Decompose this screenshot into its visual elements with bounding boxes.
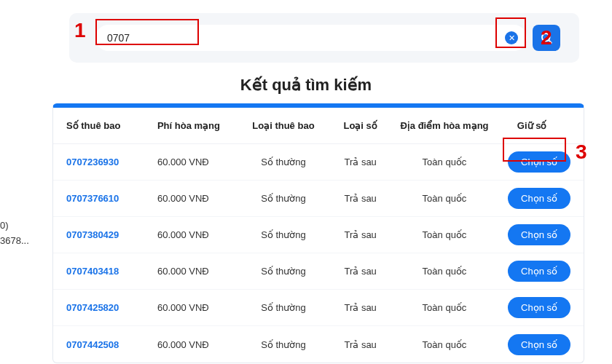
search-button[interactable]: [533, 25, 560, 51]
table-row: 070738042960.000 VNĐSố thườngTrả sauToàn…: [53, 217, 584, 253]
choose-button[interactable]: Chọn số: [508, 334, 570, 355]
th-kind: Loại số: [326, 120, 396, 131]
cell-kind: Trả sau: [326, 157, 396, 167]
cropped-edge-text: 0) 3678...: [0, 218, 29, 249]
cell-type: Số thường: [241, 157, 325, 167]
results-table: Số thuê bao Phí hòa mạng Loại thuê bao L…: [52, 103, 584, 363]
results-heading: Kết quả tìm kiếm: [0, 76, 612, 95]
cell-location: Toàn quốc: [396, 339, 494, 350]
th-phone: Số thuê bao: [66, 120, 157, 131]
cell-fee: 60.000 VNĐ: [157, 339, 241, 350]
clear-icon[interactable]: ✕: [505, 31, 518, 44]
cell-kind: Trả sau: [326, 302, 396, 313]
phone-link[interactable]: 0707442508: [66, 339, 157, 350]
cell-type: Số thường: [241, 339, 325, 350]
table-row: 070744250860.000 VNĐSố thườngTrả sauToàn…: [53, 326, 584, 363]
th-hold: Giữ số: [493, 120, 570, 131]
th-type: Loại thuê bao: [241, 120, 325, 131]
phone-link[interactable]: 0707376610: [66, 193, 157, 204]
cell-fee: 60.000 VNĐ: [157, 229, 241, 240]
table-row: 070742582060.000 VNĐSố thườngTrả sauToàn…: [53, 290, 584, 326]
cell-action: Chọn số: [493, 297, 570, 318]
th-fee: Phí hòa mạng: [157, 120, 241, 131]
cell-action: Chọn số: [493, 261, 570, 282]
cell-fee: 60.000 VNĐ: [157, 302, 241, 313]
cell-type: Số thường: [241, 193, 325, 204]
cell-kind: Trả sau: [326, 339, 396, 350]
table-row: 070737661060.000 VNĐSố thườngTrả sauToàn…: [53, 181, 584, 217]
search-input[interactable]: [107, 32, 505, 44]
phone-link[interactable]: 0707380429: [66, 229, 157, 240]
table-row: 070740341860.000 VNĐSố thườngTrả sauToàn…: [53, 253, 584, 290]
phone-link[interactable]: 0707236930: [66, 157, 157, 167]
choose-button[interactable]: Chọn số: [508, 261, 570, 282]
choose-button[interactable]: Chọn số: [508, 297, 570, 318]
cell-fee: 60.000 VNĐ: [157, 193, 241, 204]
cell-fee: 60.000 VNĐ: [157, 157, 241, 167]
table-row: 070723693060.000 VNĐSố thườngTrả sauToàn…: [53, 144, 584, 181]
svg-line-1: [549, 40, 551, 42]
search-icon: [540, 31, 553, 44]
cell-kind: Trả sau: [326, 266, 396, 277]
choose-button[interactable]: Chọn số: [508, 151, 570, 173]
cell-fee: 60.000 VNĐ: [157, 266, 241, 277]
cell-location: Toàn quốc: [396, 302, 494, 313]
cell-action: Chọn số: [493, 188, 570, 209]
search-panel: ✕: [69, 13, 579, 63]
choose-button[interactable]: Chọn số: [508, 188, 570, 209]
cell-type: Số thường: [241, 302, 325, 313]
search-input-wrap: ✕: [95, 25, 527, 51]
cell-location: Toàn quốc: [396, 193, 494, 204]
cell-action: Chọn số: [493, 151, 570, 173]
cell-kind: Trả sau: [326, 193, 396, 204]
cell-action: Chọn số: [493, 334, 570, 355]
phone-link[interactable]: 0707403418: [66, 266, 157, 277]
phone-link[interactable]: 0707425820: [66, 302, 157, 313]
cell-location: Toàn quốc: [396, 229, 494, 240]
cell-kind: Trả sau: [326, 229, 396, 240]
cell-type: Số thường: [241, 229, 325, 240]
cell-location: Toàn quốc: [396, 266, 494, 277]
cell-action: Chọn số: [493, 224, 570, 245]
choose-button[interactable]: Chọn số: [508, 224, 570, 245]
cell-type: Số thường: [241, 266, 325, 277]
th-location: Địa điểm hòa mạng: [396, 120, 494, 131]
cell-location: Toàn quốc: [396, 157, 494, 167]
table-header: Số thuê bao Phí hòa mạng Loại thuê bao L…: [53, 108, 584, 144]
